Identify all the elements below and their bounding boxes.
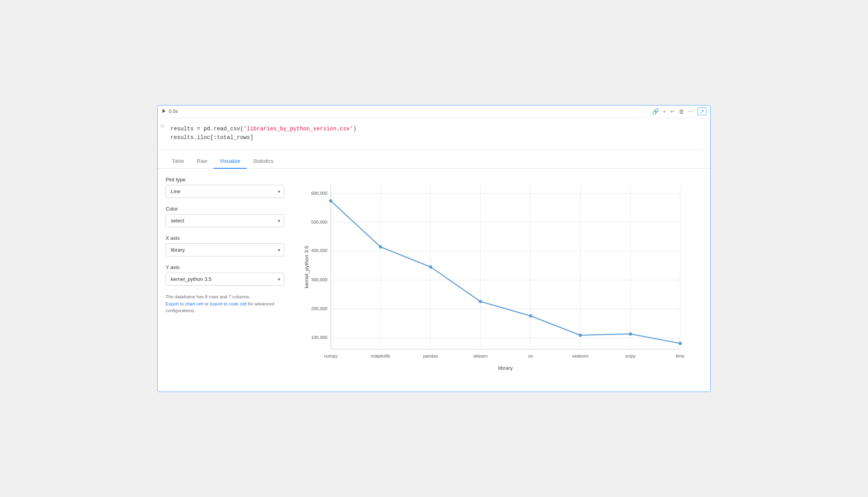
- tab-visualize[interactable]: Visualize: [213, 154, 247, 169]
- visualize-panel: Plot type Line Bar Scatter Histogram ▾ C…: [158, 169, 710, 392]
- data-point-time: [679, 342, 682, 345]
- tab-statistics[interactable]: Statistics: [247, 154, 280, 169]
- x-axis-select-wrapper: library kernel_python 3.5 ▾: [166, 243, 284, 256]
- y-axis-select[interactable]: kernel_python 3.5 library: [166, 273, 284, 286]
- y-tick-200k: 200,000: [311, 306, 327, 311]
- color-group: Color select blue red green ▾: [166, 206, 284, 227]
- x-axis-label: library: [498, 365, 513, 371]
- color-select[interactable]: select blue red green: [166, 214, 284, 227]
- x-tick-time: time: [676, 354, 685, 358]
- output-area: Table Raw Visualize Statistics Plot type…: [158, 150, 710, 392]
- controls-panel: Plot type Line Bar Scatter Histogram ▾ C…: [166, 177, 292, 314]
- color-label: Color: [166, 206, 284, 212]
- x-tick-seaborn: seaborn: [572, 354, 588, 358]
- export-code-link[interactable]: export to code cell: [210, 301, 247, 306]
- code-area: results = pd.read_csv('libraries_by_pyth…: [158, 118, 710, 151]
- code-line-2: results.iloc[:total_rows]: [170, 133, 702, 142]
- chart-area: .axis-text { font-size: 11px; fill: #555…: [292, 177, 702, 384]
- chart-svg: .axis-text { font-size: 11px; fill: #555…: [292, 177, 702, 382]
- plot-type-label: Plot type: [166, 177, 284, 183]
- y-tick-500k: 500,000: [311, 220, 327, 224]
- link-separator: or: [203, 301, 210, 306]
- plot-type-select[interactable]: Line Bar Scatter Histogram: [166, 185, 284, 198]
- tab-table[interactable]: Table: [166, 154, 191, 169]
- tab-raw[interactable]: Raw: [191, 154, 213, 169]
- x-tick-sklearn: sklearn: [473, 354, 488, 358]
- y-tick-300k: 300,000: [311, 278, 327, 282]
- y-tick-100k: 100,000: [311, 335, 327, 340]
- data-point-numpy: [329, 200, 332, 203]
- x-tick-numpy: numpy: [324, 354, 338, 358]
- color-select-wrapper: select blue red green ▾: [166, 214, 284, 227]
- cell-actions: 🔗 + ↵ 🗑 ⋯ ↗: [652, 107, 706, 115]
- data-point-seaborn: [579, 334, 582, 337]
- x-axis-group: X axis library kernel_python 3.5 ▾: [166, 235, 284, 256]
- data-point-scipy: [629, 333, 632, 336]
- more-icon[interactable]: ⋯: [688, 108, 694, 115]
- plot-type-group: Plot type Line Bar Scatter Histogram ▾: [166, 177, 284, 198]
- tabs-bar: Table Raw Visualize Statistics: [158, 154, 710, 169]
- x-tick-scipy: scipy: [625, 354, 636, 358]
- footer-info: The dataframe has 8 rows and 7 columns. …: [166, 294, 284, 314]
- y-axis-select-wrapper: kernel_python 3.5 library ▾: [166, 273, 284, 286]
- expand-icon[interactable]: ↗: [698, 107, 706, 115]
- data-point-os: [529, 314, 532, 318]
- y-axis-label: Y axis: [166, 264, 284, 270]
- left-gutter: [161, 118, 164, 150]
- plot-type-select-wrapper: Line Bar Scatter Histogram ▾: [166, 185, 284, 198]
- export-icon[interactable]: ↵: [670, 108, 675, 115]
- play-icon[interactable]: [162, 109, 166, 115]
- y-tick-600k: 600,000: [311, 191, 327, 196]
- code-line-1: results = pd.read_csv('libraries_by_pyth…: [170, 124, 702, 133]
- export-chart-link[interactable]: Export to chart cell: [166, 301, 203, 306]
- y-axis-group: Y axis kernel_python 3.5 library ▾: [166, 264, 284, 286]
- data-point-matplotlib: [379, 245, 382, 248]
- x-tick-os: os: [528, 354, 533, 358]
- gutter-dot-1: [161, 124, 164, 128]
- x-tick-pandas: pandas: [423, 354, 438, 358]
- data-point-pandas: [429, 265, 432, 269]
- notebook-cell: 0.0s 🔗 + ↵ 🗑 ⋯ ↗ results = pd.read_csv('…: [157, 105, 711, 392]
- data-point-sklearn: [479, 300, 482, 303]
- cell-toolbar: 0.0s 🔗 + ↵ 🗑 ⋯ ↗: [158, 105, 710, 118]
- y-axis-label: kernel_python 3.5: [304, 246, 309, 288]
- run-time: 0.0s: [169, 109, 178, 114]
- run-info: 0.0s: [162, 109, 178, 115]
- dataframe-info: The dataframe has 8 rows and 7 columns.: [166, 294, 251, 299]
- x-axis-label: X axis: [166, 235, 284, 241]
- delete-icon[interactable]: 🗑: [679, 108, 684, 115]
- link-icon[interactable]: 🔗: [652, 108, 659, 115]
- x-axis-select[interactable]: library kernel_python 3.5: [166, 243, 284, 256]
- y-tick-400k: 400,000: [311, 248, 327, 253]
- add-icon[interactable]: +: [663, 108, 666, 115]
- x-tick-matplotlib: matplotlib: [371, 354, 390, 358]
- svg-marker-0: [162, 109, 166, 113]
